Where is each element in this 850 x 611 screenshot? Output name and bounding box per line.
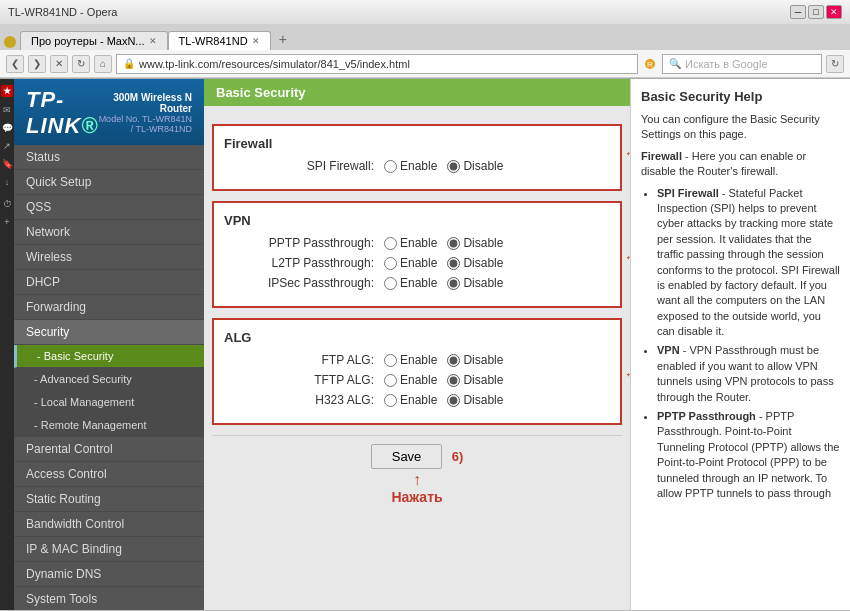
l2tp-label: L2TP Passthrough: — [224, 256, 384, 270]
opera-star[interactable]: ★ — [1, 85, 13, 97]
tab-close-about[interactable]: ✕ — [149, 36, 157, 46]
pptp-disable-radio[interactable] — [447, 237, 460, 250]
maximize-button[interactable]: □ — [808, 5, 824, 19]
pptp-radio-group: Enable Disable — [384, 236, 503, 250]
minimize-button[interactable]: ─ — [790, 5, 806, 19]
save-button[interactable]: Save — [371, 444, 443, 469]
pptp-label: PPTP Passthrough: — [224, 236, 384, 250]
spi-enable-label[interactable]: Enable — [384, 159, 437, 173]
h323-disable-radio[interactable] — [447, 394, 460, 407]
pptp-disable-label[interactable]: Disable — [447, 236, 503, 250]
tab-about[interactable]: Про роутеры - MaxN... ✕ — [20, 31, 168, 50]
history-icon[interactable]: ⏱ — [3, 199, 12, 209]
nav-wireless[interactable]: Wireless — [14, 245, 204, 270]
nav-system-tools[interactable]: System Tools — [14, 587, 204, 610]
download-icon[interactable]: ↓ — [5, 177, 10, 187]
ftp-disable-text: Disable — [463, 353, 503, 367]
nav-quick-setup[interactable]: Quick Setup — [14, 170, 204, 195]
h323-disable-label[interactable]: Disable — [447, 393, 503, 407]
plus-icon[interactable]: + — [4, 217, 9, 227]
tab-close-router[interactable]: ✕ — [252, 36, 260, 46]
nav-forwarding[interactable]: Forwarding — [14, 295, 204, 320]
nav-access-control[interactable]: Access Control — [14, 462, 204, 487]
tftp-enable-radio[interactable] — [384, 374, 397, 387]
help-list: SPI Firewall - Stateful Packet Inspectio… — [641, 186, 840, 502]
new-tab-button[interactable]: + — [271, 28, 295, 50]
tab-router[interactable]: TL-WR841ND ✕ — [168, 31, 271, 50]
l2tp-enable-radio[interactable] — [384, 257, 397, 270]
nav-dynamic-dns[interactable]: Dynamic DNS — [14, 562, 204, 587]
ipsec-disable-radio[interactable] — [447, 277, 460, 290]
h323-enable-radio[interactable] — [384, 394, 397, 407]
save-container: Save 6) — [212, 444, 622, 469]
nav-ip-mac-binding[interactable]: IP & MAC Binding — [14, 537, 204, 562]
ftp-enable-label[interactable]: Enable — [384, 353, 437, 367]
tftp-disable-radio[interactable] — [447, 374, 460, 387]
ftp-enable-radio[interactable] — [384, 354, 397, 367]
search-bar[interactable]: 🔍 Искать в Google — [662, 54, 822, 74]
tab-bar: Про роутеры - MaxN... ✕ TL-WR841ND ✕ + — [0, 24, 850, 50]
stop-button[interactable]: ✕ — [50, 55, 68, 73]
nav-dhcp[interactable]: DHCP — [14, 270, 204, 295]
nav-security[interactable]: Security — [14, 320, 204, 345]
url-bar[interactable]: 🔒 www.tp-link.com/resources/simulator/84… — [116, 54, 638, 74]
search-engine-icon: 🔍 — [669, 58, 681, 69]
nav-status[interactable]: Status — [14, 145, 204, 170]
nav-bar: ❮ ❯ ✕ ↻ ⌂ 🔒 www.tp-link.com/resources/si… — [0, 50, 850, 78]
nav-network[interactable]: Network — [14, 220, 204, 245]
spi-enable-radio[interactable] — [384, 160, 397, 173]
vpn-title: VPN — [224, 213, 610, 228]
h323-disable-text: Disable — [463, 393, 503, 407]
ipsec-enable-label[interactable]: Enable — [384, 276, 437, 290]
l2tp-disable-radio[interactable] — [447, 257, 460, 270]
sidebar-header: TP-LINK® 300M Wireless N Router Model No… — [14, 79, 204, 145]
help-firewall-desc: Firewall - Here you can enable or disabl… — [641, 149, 840, 180]
back-button[interactable]: ❮ — [6, 55, 24, 73]
vpn-section: VPN PPTP Passthrough: Enable Disable — [212, 201, 622, 308]
tftp-enable-label[interactable]: Enable — [384, 373, 437, 387]
alg-title: ALG — [224, 330, 610, 345]
refresh-button[interactable]: ↻ — [72, 55, 90, 73]
ipsec-disable-label[interactable]: Disable — [447, 276, 503, 290]
nav-remote-management[interactable]: - Remote Management — [14, 414, 204, 437]
pptp-enable-label[interactable]: Enable — [384, 236, 437, 250]
nav-bandwidth-control[interactable]: Bandwidth Control — [14, 512, 204, 537]
nav-local-management[interactable]: - Local Management — [14, 391, 204, 414]
firewall-title: Firewall — [224, 136, 610, 151]
l2tp-disable-label[interactable]: Disable — [447, 256, 503, 270]
close-button[interactable]: ✕ — [826, 5, 842, 19]
search-placeholder: Искать в Google — [685, 58, 768, 70]
nav-qss[interactable]: QSS — [14, 195, 204, 220]
home-button[interactable]: ⌂ — [94, 55, 112, 73]
nav-advanced-security[interactable]: - Advanced Security — [14, 368, 204, 391]
share-icon[interactable]: ↗ — [3, 141, 11, 151]
nav-basic-security[interactable]: - Basic Security — [14, 345, 204, 368]
nav-static-routing[interactable]: Static Routing — [14, 487, 204, 512]
ipsec-label: IPSec Passthrough: — [224, 276, 384, 290]
bookmark-icon[interactable]: 🔖 — [2, 159, 13, 169]
ipsec-enable-radio[interactable] — [384, 277, 397, 290]
router-title: 300M Wireless N Router — [99, 92, 192, 114]
chat-icon[interactable]: 💬 — [2, 123, 13, 133]
h323-enable-text: Enable — [400, 393, 437, 407]
firewall-arrow: ← — [624, 145, 630, 161]
spi-disable-label[interactable]: Disable — [447, 159, 503, 173]
ftp-alg-label: FTP ALG: — [224, 353, 384, 367]
browser-title: TL-WR841ND - Opera — [8, 6, 117, 18]
pptp-enable-radio[interactable] — [384, 237, 397, 250]
ipsec-radio-group: Enable Disable — [384, 276, 503, 290]
l2tp-radio-group: Enable Disable — [384, 256, 503, 270]
h323-enable-label[interactable]: Enable — [384, 393, 437, 407]
tftp-disable-label[interactable]: Disable — [447, 373, 503, 387]
spi-disable-radio[interactable] — [447, 160, 460, 173]
help-title: Basic Security Help — [641, 89, 840, 104]
ftp-disable-label[interactable]: Disable — [447, 353, 503, 367]
mail-icon[interactable]: ✉ — [3, 105, 11, 115]
l2tp-enable-label[interactable]: Enable — [384, 256, 437, 270]
nav-parental-control[interactable]: Parental Control — [14, 437, 204, 462]
alg-arrow: ← — [624, 366, 630, 382]
forward-button[interactable]: ❯ — [28, 55, 46, 73]
refresh-right-button[interactable]: ↻ — [826, 55, 844, 73]
tftp-alg-label: TFTP ALG: — [224, 373, 384, 387]
ftp-disable-radio[interactable] — [447, 354, 460, 367]
